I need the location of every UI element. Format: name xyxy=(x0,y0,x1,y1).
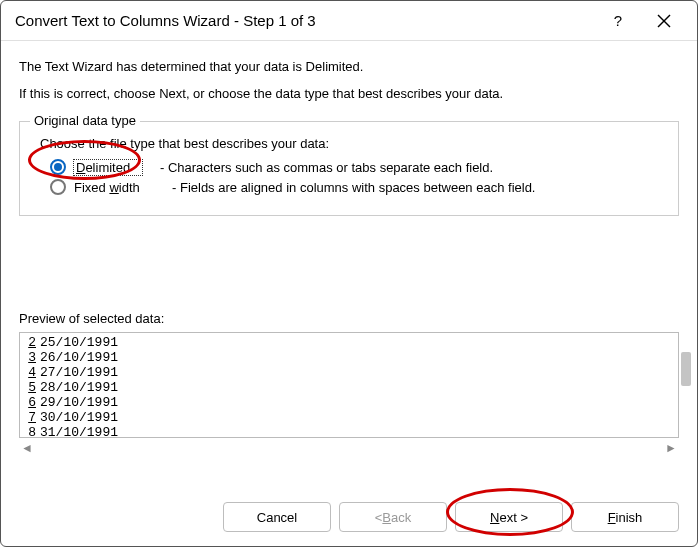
button-row: Cancel < Back Next > Finish xyxy=(223,502,679,532)
desc-fixed-width: - Fields are aligned in columns with spa… xyxy=(172,180,535,195)
vertical-scrollbar[interactable] xyxy=(681,352,691,386)
preview-row: 528/10/1991 xyxy=(20,380,678,395)
back-button: < Back xyxy=(339,502,447,532)
option-delimited[interactable]: Delimited - Characters such as commas or… xyxy=(50,159,666,175)
radio-delimited[interactable] xyxy=(50,159,66,175)
finish-button[interactable]: Finish xyxy=(571,502,679,532)
label-delimited: Delimited xyxy=(74,160,142,175)
original-data-type-group: Original data type Choose the file type … xyxy=(19,121,679,216)
help-icon: ? xyxy=(614,12,622,29)
radio-fixed-width[interactable] xyxy=(50,179,66,195)
horizontal-scrollbar[interactable]: ◄ ► xyxy=(19,438,679,456)
preview-pane[interactable]: 225/10/1991 326/10/1991 427/10/1991 528/… xyxy=(19,332,679,438)
dialog-title: Convert Text to Columns Wizard - Step 1 … xyxy=(15,12,595,29)
intro-text-2: If this is correct, choose Next, or choo… xyxy=(19,86,679,101)
preview-label: Preview of selected data: xyxy=(19,311,679,326)
help-button[interactable]: ? xyxy=(595,2,641,40)
preview-row: 831/10/1991 xyxy=(20,425,678,438)
wizard-dialog: Convert Text to Columns Wizard - Step 1 … xyxy=(0,0,698,547)
label-fixed-width: Fixed width xyxy=(74,180,154,195)
preview-row: 326/10/1991 xyxy=(20,350,678,365)
close-icon xyxy=(657,14,671,28)
titlebar: Convert Text to Columns Wizard - Step 1 … xyxy=(1,1,697,41)
next-button[interactable]: Next > xyxy=(455,502,563,532)
preview-row: 629/10/1991 xyxy=(20,395,678,410)
scroll-right-icon[interactable]: ► xyxy=(665,441,677,455)
title-controls: ? xyxy=(595,2,687,40)
content-area: The Text Wizard has determined that your… xyxy=(1,41,697,456)
preview-row: 730/10/1991 xyxy=(20,410,678,425)
cancel-button[interactable]: Cancel xyxy=(223,502,331,532)
intro-text-1: The Text Wizard has determined that your… xyxy=(19,59,679,74)
close-button[interactable] xyxy=(641,2,687,40)
group-prompt: Choose the file type that best describes… xyxy=(40,136,666,151)
preview-row: 225/10/1991 xyxy=(20,335,678,350)
preview-row: 427/10/1991 xyxy=(20,365,678,380)
desc-delimited: - Characters such as commas or tabs sepa… xyxy=(160,160,493,175)
scroll-left-icon[interactable]: ◄ xyxy=(21,441,33,455)
option-fixed-width[interactable]: Fixed width - Fields are aligned in colu… xyxy=(50,179,666,195)
group-legend: Original data type xyxy=(30,113,140,128)
